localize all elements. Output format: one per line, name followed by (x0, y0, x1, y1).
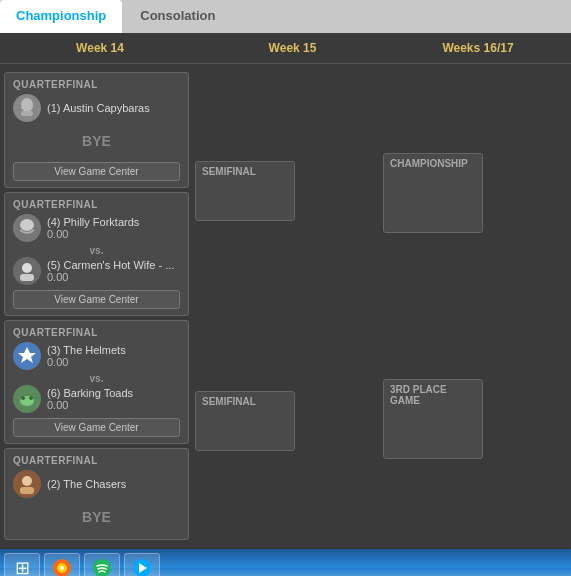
qf3-team1-score: 0.00 (47, 356, 180, 368)
championship-box: Championship (383, 153, 483, 233)
qf2-team1-name: (4) Philly Forktards (47, 216, 180, 228)
bracket-container: Week 14 Week 15 Weeks 16/17 Quarterfinal (0, 33, 571, 548)
qf2-team2-row: (5) Carmen's Hot Wife - ... 0.00 (13, 257, 180, 285)
qf3-team2-name: (6) Barking Toads (47, 387, 180, 399)
taskbar: ⊞ (0, 548, 571, 576)
svg-rect-7 (20, 274, 34, 281)
qf2-label: Quarterfinal (13, 199, 180, 210)
svg-point-4 (20, 219, 34, 231)
svg-point-15 (22, 476, 32, 486)
qf3-view-gc: View Game Center (13, 418, 180, 437)
qf3-label: Quarterfinal (13, 327, 180, 338)
sf1-label: Semifinal (202, 166, 288, 177)
quarterfinal-2: Quarterfinal (4) Philly Forktards 0.00 (4, 192, 189, 316)
qf3-view-gc-btn[interactable]: View Game Center (13, 418, 180, 437)
championship-label: Championship (390, 158, 476, 169)
start-button[interactable]: ⊞ (4, 553, 40, 577)
qf1-team1-name: (1) Austin Capybaras (47, 102, 180, 114)
quarterfinal-3: Quarterfinal (3) The Helmets 0.00 vs. (4, 320, 189, 444)
third-place-box-wrapper: 3rd Place Game (383, 375, 483, 463)
week-15-header: Week 15 (200, 33, 385, 63)
week-headers: Week 14 Week 15 Weeks 16/17 (0, 33, 571, 64)
championship-column: Championship 3rd Place Game (375, 68, 571, 544)
svg-point-6 (22, 263, 32, 273)
svg-point-13 (29, 396, 33, 400)
third-place-label: 3rd Place Game (390, 384, 476, 406)
qf4-team1-avatar (13, 470, 41, 498)
qf1-label: Quarterfinal (13, 79, 180, 90)
qf1-team1-avatar (13, 94, 41, 122)
qf4-team1-name: (2) The Chasers (47, 478, 180, 490)
qf2-view-gc: View Game Center (13, 290, 180, 309)
svg-rect-16 (20, 487, 34, 494)
week-14-header: Week 14 (0, 33, 200, 63)
bracket-body: Quarterfinal (1) Austin Capybaras BYE Vi… (0, 64, 571, 548)
arrow-button[interactable] (124, 553, 160, 577)
qf2-team1-row: (4) Philly Forktards 0.00 (13, 214, 180, 242)
qf3-vs: vs. (13, 373, 180, 384)
qf3-team1-row: (3) The Helmets 0.00 (13, 342, 180, 370)
spotify-button[interactable] (84, 553, 120, 577)
qf1-view-gc: View Game Center (13, 162, 180, 181)
qf3-team2-avatar (13, 385, 41, 413)
qf2-vs: vs. (13, 245, 180, 256)
qf2-team2-avatar (13, 257, 41, 285)
tab-bar: Championship Consolation (0, 0, 571, 33)
sf2-label: Semifinal (202, 396, 288, 407)
qf3-team2-row: (6) Barking Toads 0.00 (13, 385, 180, 413)
quarterfinals-column: Quarterfinal (1) Austin Capybaras BYE Vi… (0, 68, 195, 544)
semifinal-2: Semifinal (195, 391, 295, 451)
qf4-team1-row: (2) The Chasers (13, 470, 180, 498)
svg-point-19 (60, 566, 64, 570)
qf2-team1-avatar (13, 214, 41, 242)
firefox-button[interactable] (44, 553, 80, 577)
svg-point-12 (21, 396, 25, 400)
weeks-1617-header: Weeks 16/17 (385, 33, 571, 63)
third-place-box: 3rd Place Game (383, 379, 483, 459)
quarterfinal-4: Quarterfinal (2) The Chasers BYE (4, 448, 189, 540)
qf3-team1-name: (3) The Helmets (47, 344, 180, 356)
semifinals-column: Semifinal Semifinal (195, 68, 375, 544)
tab-championship[interactable]: Championship (0, 0, 122, 33)
qf3-team2-score: 0.00 (47, 399, 180, 411)
qf2-view-gc-btn[interactable]: View Game Center (13, 290, 180, 309)
qf2-team2-name: (5) Carmen's Hot Wife - ... (47, 259, 180, 271)
semifinal-1: Semifinal (195, 161, 295, 221)
qf3-team1-avatar (13, 342, 41, 370)
qf2-team2-score: 0.00 (47, 271, 180, 283)
svg-rect-2 (21, 111, 33, 116)
qf4-label: Quarterfinal (13, 455, 180, 466)
qf4-bye: BYE (13, 501, 180, 533)
qf1-team1-row: (1) Austin Capybaras (13, 94, 180, 122)
qf1-view-gc-btn[interactable]: View Game Center (13, 162, 180, 181)
quarterfinal-1: Quarterfinal (1) Austin Capybaras BYE Vi… (4, 72, 189, 188)
svg-point-1 (21, 98, 33, 112)
qf2-team1-score: 0.00 (47, 228, 180, 240)
qf1-bye: BYE (13, 125, 180, 157)
championship-box-wrapper: Championship (383, 149, 483, 237)
tab-consolation[interactable]: Consolation (124, 0, 231, 33)
